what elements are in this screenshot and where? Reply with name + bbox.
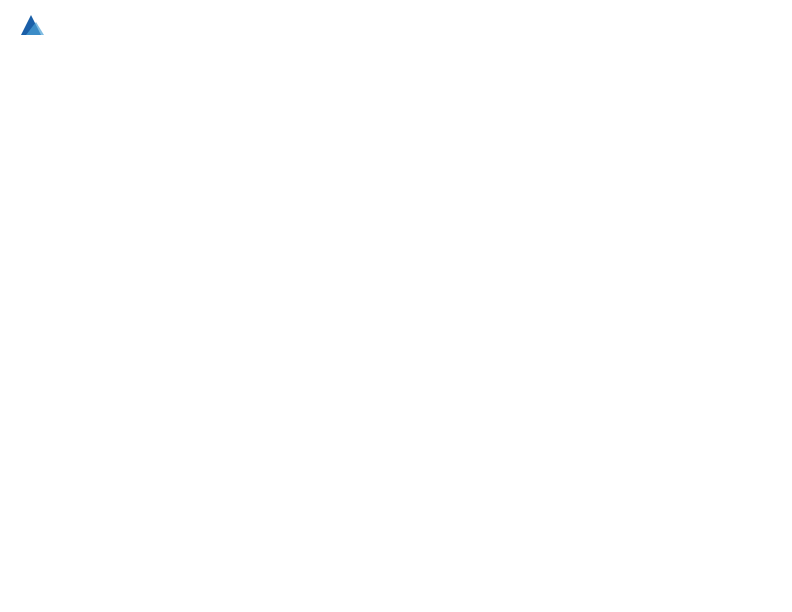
logo: [14, 10, 46, 40]
page-header: [10, 10, 782, 40]
logo-icon: [16, 10, 46, 40]
